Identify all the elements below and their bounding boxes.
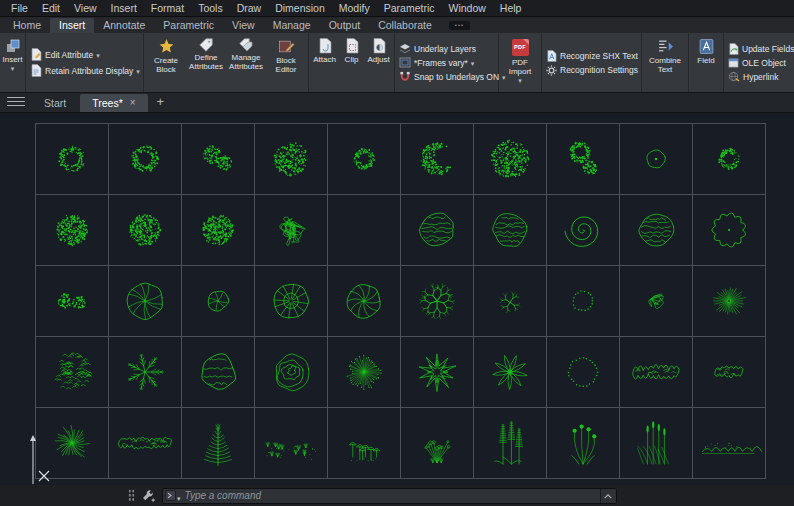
insert-block-button[interactable]: Insert [2, 34, 23, 91]
tree-symbol-cell[interactable] [109, 337, 182, 408]
ribbon-tab-output[interactable]: Output [320, 18, 370, 33]
tree-symbol-cell[interactable] [109, 266, 182, 337]
tree-symbol-cell[interactable] [36, 195, 109, 266]
ribbon-tab-parametric[interactable]: Parametric [154, 18, 223, 33]
define-attributes-button[interactable]: Define Attributes [186, 34, 226, 91]
tree-symbol-cell[interactable] [182, 266, 255, 337]
retain-attribute-display-button[interactable]: Retain Attribute Display [28, 64, 142, 77]
tree-symbol-cell[interactable] [474, 337, 547, 408]
tree-symbol-cell[interactable] [474, 266, 547, 337]
ribbon-tab-view[interactable]: View [223, 18, 264, 33]
tree-symbol-cell[interactable] [547, 337, 620, 408]
menu-item-draw[interactable]: Draw [230, 1, 269, 15]
tree-symbol-cell[interactable] [255, 124, 328, 195]
tree-symbol-cell[interactable] [36, 124, 109, 195]
tree-symbol-cell[interactable] [36, 266, 109, 337]
menu-item-modify[interactable]: Modify [332, 1, 377, 15]
tree-symbol-cell[interactable] [401, 124, 474, 195]
tree-symbol-cell[interactable] [474, 124, 547, 195]
tree-symbol-cell[interactable] [401, 195, 474, 266]
tree-symbol-cell[interactable] [182, 337, 255, 408]
attach-button[interactable]: Attach [311, 34, 338, 91]
tree-symbol-cell[interactable] [109, 124, 182, 195]
block-editor-button[interactable]: Block Editor [266, 34, 306, 91]
close-tab-icon[interactable]: × [130, 98, 136, 108]
tree-symbol-cell[interactable] [36, 337, 109, 408]
tree-symbol-cell[interactable] [693, 408, 766, 479]
tree-symbol-cell[interactable] [547, 266, 620, 337]
update-fields-button[interactable]: Update Fields [726, 43, 794, 55]
tree-symbol-cell[interactable] [547, 408, 620, 479]
tree-symbol-cell[interactable] [620, 337, 693, 408]
tree-symbol-cell[interactable] [401, 337, 474, 408]
menu-item-parametric[interactable]: Parametric [377, 1, 442, 15]
tree-symbol-cell[interactable] [255, 337, 328, 408]
drawing-area[interactable] [0, 113, 794, 485]
tree-symbol-cell[interactable] [547, 124, 620, 195]
new-tab-button[interactable]: + [150, 94, 172, 112]
tree-symbol-cell[interactable] [620, 266, 693, 337]
create-block-button[interactable]: Create Block [146, 34, 186, 91]
menu-item-window[interactable]: Window [441, 1, 492, 15]
frames-vary-dropdown[interactable]: *Frames vary* [397, 57, 476, 68]
tree-symbol-cell[interactable] [620, 124, 693, 195]
hamburger-menu-icon[interactable] [7, 94, 25, 109]
tree-symbol-cell[interactable] [693, 195, 766, 266]
menu-item-file[interactable]: File [4, 1, 35, 15]
tree-symbol-cell[interactable] [182, 408, 255, 479]
field-button[interactable]: Field [691, 34, 721, 91]
tree-symbol-cell[interactable] [693, 266, 766, 337]
hyperlink-button[interactable]: Hyperlink [726, 71, 780, 82]
menu-item-insert[interactable]: Insert [104, 1, 144, 15]
menu-item-edit[interactable]: Edit [35, 1, 67, 15]
recognition-settings-button[interactable]: Recognition Settings [544, 65, 640, 76]
file-tab-trees[interactable]: Trees*× [80, 94, 147, 112]
tree-symbol-cell[interactable] [620, 408, 693, 479]
tree-symbol-cell[interactable] [693, 124, 766, 195]
file-tab-start[interactable]: Start [32, 94, 78, 112]
menu-item-format[interactable]: Format [144, 1, 191, 15]
command-bar-grip[interactable] [128, 489, 135, 502]
tree-symbol-cell[interactable] [328, 337, 401, 408]
pdf-import-button[interactable]: PDF PDF Import [501, 34, 539, 91]
tree-symbol-cell[interactable] [109, 195, 182, 266]
combine-text-button[interactable]: Combine Text [644, 34, 686, 91]
tree-symbol-cell[interactable] [620, 195, 693, 266]
tree-symbol-cell[interactable] [693, 337, 766, 408]
adjust-button[interactable]: Adjust [365, 34, 392, 91]
chevron-up-icon[interactable] [600, 489, 614, 503]
ribbon-tab-home[interactable]: Home [4, 18, 50, 33]
tree-symbol-cell[interactable] [255, 266, 328, 337]
edit-attribute-button[interactable]: Edit Attribute [28, 48, 102, 61]
tree-symbol-cell[interactable] [328, 124, 401, 195]
tree-symbol-cell[interactable] [328, 266, 401, 337]
ribbon-tab-annotate[interactable]: Annotate [94, 18, 154, 33]
tree-symbol-cell[interactable] [474, 408, 547, 479]
command-prompt-icon[interactable] [165, 487, 181, 505]
tree-symbol-cell[interactable] [401, 408, 474, 479]
tree-symbol-cell[interactable] [474, 195, 547, 266]
menu-item-help[interactable]: Help [493, 1, 529, 15]
manage-attributes-button[interactable]: Manage Attributes [226, 34, 266, 91]
recognize-shx-text-button[interactable]: Recognize SHX Text [544, 50, 640, 62]
menu-item-tools[interactable]: Tools [191, 1, 230, 15]
tree-symbol-cell[interactable] [182, 195, 255, 266]
tree-symbol-cell[interactable] [109, 408, 182, 479]
tree-symbol-cell[interactable] [36, 408, 109, 479]
ribbon-tab-insert[interactable]: Insert [50, 18, 94, 33]
menu-item-dimension[interactable]: Dimension [268, 1, 332, 15]
tree-symbol-cell[interactable] [255, 408, 328, 479]
customize-wrench-icon[interactable] [141, 488, 156, 503]
tree-symbol-cell[interactable] [401, 266, 474, 337]
tree-symbol-cell[interactable] [328, 408, 401, 479]
snap-to-underlays-toggle[interactable]: Snap to Underlays ON [397, 71, 508, 82]
tree-symbol-cell[interactable] [255, 195, 328, 266]
ole-object-button[interactable]: OLE Object [726, 58, 788, 68]
tree-symbol-cell[interactable] [328, 195, 401, 266]
tree-symbol-cell[interactable] [547, 195, 620, 266]
clip-button[interactable]: Clip [338, 34, 365, 91]
underlay-layers-button[interactable]: Underlay Layers [397, 43, 478, 54]
tree-symbol-cell[interactable] [182, 124, 255, 195]
ribbon-tab-collaborate[interactable]: Collaborate [369, 18, 441, 33]
command-input[interactable] [185, 490, 596, 501]
